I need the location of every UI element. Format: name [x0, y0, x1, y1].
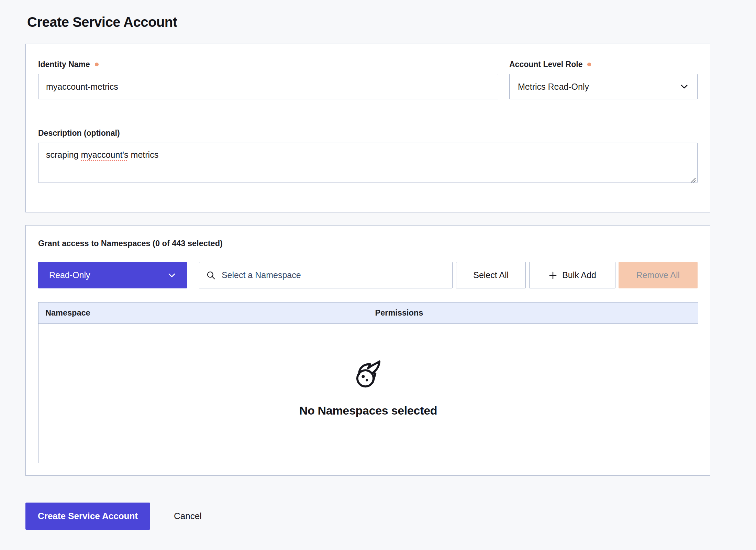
namespaces-card: Grant access to Namespaces (0 of 443 sel… [25, 225, 710, 476]
description-text-misspelled: myaccount's [81, 150, 128, 160]
grant-access-heading: Grant access to Namespaces (0 of 443 sel… [38, 239, 698, 249]
form-actions: Create Service Account Cancel [25, 503, 731, 530]
account-level-role-select[interactable]: Metrics Read-Only [509, 74, 698, 99]
namespace-search-box[interactable] [199, 262, 453, 288]
identity-name-input[interactable] [38, 74, 498, 99]
column-header-namespace: Namespace [38, 308, 368, 318]
permission-role-value: Read-Only [49, 270, 90, 280]
namespaces-table-header: Namespace Permissions [38, 302, 698, 324]
identity-details-card: Identity Name Account Level Role Metrics… [25, 44, 710, 212]
required-indicator [95, 63, 99, 66]
plus-icon [548, 271, 557, 280]
create-service-account-button[interactable]: Create Service Account [25, 503, 150, 530]
chevron-down-icon [167, 271, 177, 280]
cancel-button[interactable]: Cancel [174, 511, 202, 521]
search-icon [206, 271, 215, 280]
namespace-search-input[interactable] [222, 270, 445, 280]
account-level-role-label: Account Level Role [509, 59, 698, 69]
comet-icon [353, 359, 384, 390]
create-service-account-page: Create Service Account Identity Name Acc… [0, 0, 756, 530]
namespaces-table-empty-state: No Namespaces selected [38, 324, 698, 463]
empty-state-text: No Namespaces selected [299, 404, 437, 417]
page-title: Create Service Account [27, 14, 731, 30]
namespace-controls-row: Read-Only Select All Bulk Add Remove All [38, 262, 698, 288]
column-header-permissions: Permissions [368, 308, 698, 318]
remove-all-button[interactable]: Remove All [619, 262, 698, 288]
identity-name-label: Identity Name [38, 59, 498, 69]
textarea-resize-handle[interactable] [690, 175, 696, 182]
description-text-suffix: metrics [129, 150, 159, 160]
required-indicator [587, 63, 591, 66]
select-all-button[interactable]: Select All [456, 262, 526, 288]
permission-role-dropdown[interactable]: Read-Only [38, 262, 187, 288]
chevron-down-icon [679, 82, 689, 91]
description-text-prefix: scraping [46, 150, 81, 160]
description-textarea[interactable]: scraping myaccount's metrics [38, 143, 698, 183]
description-label: Description (optional) [38, 128, 698, 138]
account-level-role-value: Metrics Read-Only [518, 82, 589, 92]
namespaces-table: Namespace Permissions No Namespaces sele… [38, 302, 698, 463]
bulk-add-button[interactable]: Bulk Add [529, 262, 615, 288]
